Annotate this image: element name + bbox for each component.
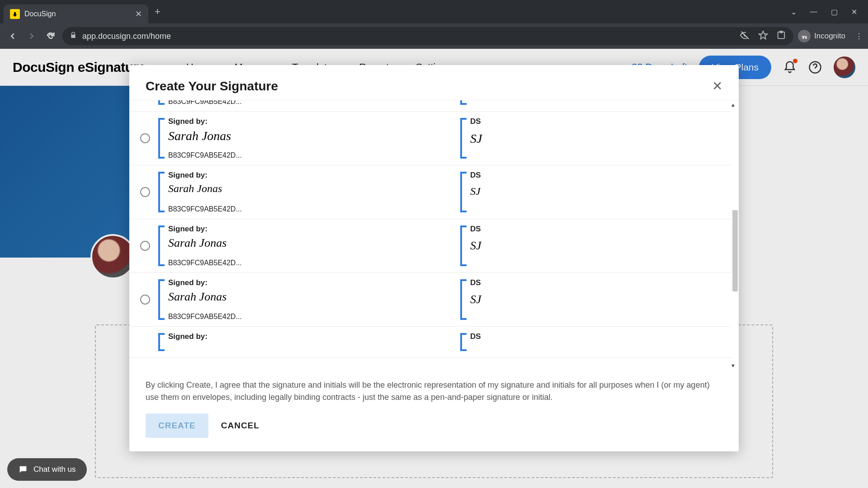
bookmark-star-icon[interactable]: [758, 30, 768, 42]
ds-label: DS: [470, 225, 481, 234]
close-window-icon[interactable]: ✕: [851, 8, 857, 16]
signature-name: Sarah Jonas: [168, 290, 226, 304]
reload-button[interactable]: [43, 29, 58, 43]
ds-label: DS: [470, 278, 481, 287]
scrollbar-track[interactable]: [732, 108, 739, 363]
address-bar-row: app.docusign.com/home Incognito ⋮: [0, 23, 868, 49]
signature-option[interactable]: Signed by: Sarah Jonas B83C9FC9AB5E42D..…: [129, 273, 731, 327]
bracket-icon: [158, 279, 165, 320]
initials-text: SJ: [470, 293, 481, 306]
favicon-icon: [10, 9, 20, 19]
tab-close-icon[interactable]: ✕: [135, 9, 142, 19]
radio-button[interactable]: [140, 241, 150, 251]
bracket-icon: [158, 118, 165, 159]
signature-code: B83C9FC9AB5E42D...: [168, 313, 242, 321]
radio-button[interactable]: [140, 295, 150, 305]
bracket-icon: [460, 225, 467, 266]
incognito-icon: [798, 30, 811, 42]
browser-menu-icon[interactable]: ⋮: [855, 32, 863, 41]
browser-tab-strip: DocuSign ✕ + ⌄ ― ▢ ✕: [0, 0, 868, 23]
signature-code: B83C9FC9AB5E42D...: [168, 259, 242, 267]
signature-name: Sarah Jonas: [168, 129, 231, 143]
signature-code: B83C9FC9AB5E42D...: [168, 151, 242, 160]
tab-title: DocuSign: [24, 10, 131, 18]
signature-option[interactable]: B83C9FC9AB5E42D...: [129, 100, 731, 112]
bracket-icon: [460, 279, 467, 320]
signature-code: B83C9FC9AB5E42D...: [168, 100, 242, 106]
radio-button[interactable]: [140, 133, 150, 143]
bracket-icon: [460, 118, 467, 159]
radio-button[interactable]: [140, 187, 150, 197]
chevron-down-icon[interactable]: ⌄: [791, 8, 797, 16]
signature-name: Sarah Jonas: [168, 236, 226, 250]
extensions-icon[interactable]: [776, 30, 786, 42]
disclaimer-text: By clicking Create, I agree that the sig…: [129, 371, 739, 407]
initials-text: SJ: [470, 131, 482, 146]
eye-off-icon[interactable]: [740, 30, 750, 42]
ds-label: DS: [470, 117, 481, 126]
signed-by-label: Signed by:: [168, 117, 208, 126]
maximize-icon[interactable]: ▢: [831, 8, 838, 16]
signed-by-label: Signed by:: [168, 171, 208, 180]
back-button[interactable]: [5, 29, 20, 43]
ds-label: DS: [470, 332, 481, 341]
bracket-icon: [460, 333, 467, 351]
bracket-icon: [460, 172, 467, 212]
window-controls: ⌄ ― ▢ ✕: [791, 8, 864, 16]
create-button[interactable]: CREATE: [146, 413, 208, 438]
bracket-icon: [460, 100, 467, 105]
signature-option[interactable]: Signed by: Sarah Jonas B83C9FC9AB5E42D..…: [129, 165, 731, 219]
initials-text: SJ: [470, 185, 481, 197]
chat-label: Chat with us: [33, 465, 76, 474]
signature-name: Sarah Jonas: [168, 183, 222, 195]
modal-actions: CREATE CANCEL: [129, 407, 739, 451]
url-text: app.docusign.com/home: [82, 32, 171, 41]
signed-by-label: Signed by:: [168, 278, 208, 287]
bracket-icon: [158, 225, 165, 266]
incognito-badge[interactable]: Incognito: [798, 30, 845, 42]
scrollbar-thumb[interactable]: [732, 210, 738, 291]
modal-title: Create Your Signature: [146, 79, 278, 94]
signed-by-label: Signed by:: [168, 332, 208, 341]
incognito-label: Incognito: [814, 32, 845, 41]
signature-option[interactable]: Signed by: DS: [129, 327, 731, 358]
new-tab-button[interactable]: +: [155, 6, 160, 18]
close-icon[interactable]: ✕: [712, 79, 722, 94]
app-viewport: DocuSign eSignature Home Manage Template…: [0, 49, 868, 488]
forward-button[interactable]: [24, 29, 39, 43]
signature-scroll-area: B83C9FC9AB5E42D... Signed by: Sarah Jona…: [129, 100, 739, 371]
chat-icon: [18, 465, 28, 474]
chat-widget[interactable]: Chat with us: [7, 458, 87, 481]
signed-by-label: Signed by:: [168, 225, 208, 234]
scroll-up-icon[interactable]: ▲: [731, 102, 737, 108]
lock-icon: [70, 32, 77, 41]
bracket-icon: [158, 100, 165, 105]
address-bar-icons: [740, 30, 786, 42]
initials-text: SJ: [470, 239, 481, 253]
modal-header: Create Your Signature ✕: [129, 65, 739, 100]
signature-option[interactable]: Signed by: Sarah Jonas B83C9FC9AB5E42D..…: [129, 112, 731, 165]
address-bar[interactable]: app.docusign.com/home: [62, 27, 793, 45]
create-signature-modal: Create Your Signature ✕ B83C9FC9AB5E42D.…: [129, 65, 739, 451]
cancel-button[interactable]: CANCEL: [221, 421, 259, 431]
signature-code: B83C9FC9AB5E42D...: [168, 205, 242, 213]
signature-list: B83C9FC9AB5E42D... Signed by: Sarah Jona…: [129, 100, 731, 358]
browser-tab[interactable]: DocuSign ✕: [4, 5, 148, 23]
bracket-icon: [158, 333, 165, 351]
bracket-icon: [158, 172, 165, 212]
signature-option[interactable]: Signed by: Sarah Jonas B83C9FC9AB5E42D..…: [129, 219, 731, 273]
scroll-down-icon[interactable]: ▼: [731, 363, 737, 369]
ds-label: DS: [470, 171, 481, 180]
minimize-icon[interactable]: ―: [810, 8, 817, 16]
